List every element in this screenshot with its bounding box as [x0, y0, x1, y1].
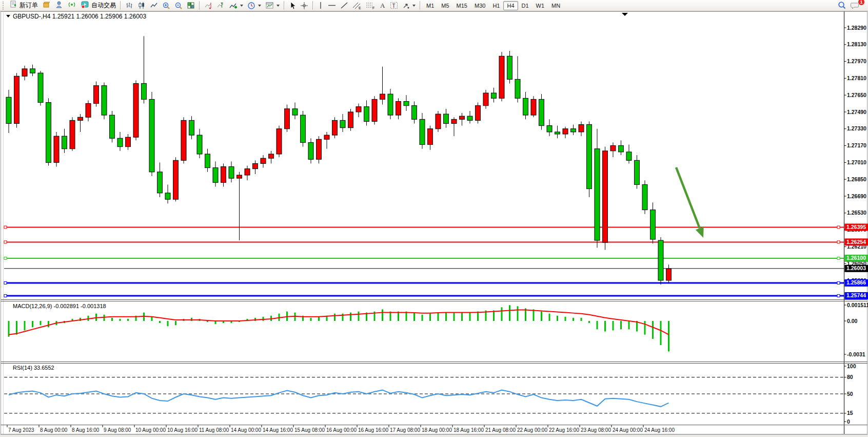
- timeframe-m30[interactable]: M30: [471, 1, 489, 10]
- clock-icon: [247, 2, 255, 10]
- svg-text:1.26003: 1.26003: [846, 265, 866, 271]
- svg-text:10 Aug 00:00: 10 Aug 00:00: [135, 427, 166, 433]
- chart-shift-icon: [216, 2, 225, 9]
- svg-text:1.25744: 1.25744: [846, 292, 866, 298]
- timeframe-m5[interactable]: M5: [438, 1, 452, 10]
- horizontal-line-tool-button[interactable]: [326, 0, 338, 11]
- price-level-badge: 1.26395: [845, 223, 868, 231]
- equidistant-channel-tool-button[interactable]: E: [350, 0, 364, 11]
- svg-text:1.27010: 1.27010: [847, 159, 866, 165]
- svg-text:0.00: 0.00: [847, 318, 858, 324]
- svg-text:15: 15: [847, 410, 853, 416]
- horizontal-line-icon: [328, 2, 336, 9]
- auto-scroll-icon: [204, 2, 212, 9]
- svg-text:1.26850: 1.26850: [847, 176, 866, 182]
- timeframe-w1[interactable]: W1: [532, 1, 548, 10]
- signal-button[interactable]: [66, 0, 78, 11]
- chart-canvas[interactable]: 1.282901.281301.279701.278101.276501.274…: [0, 0, 868, 437]
- indicators-caret-icon: [240, 5, 243, 7]
- search-button[interactable]: [836, 0, 849, 11]
- svg-text:10 Aug 16:00: 10 Aug 16:00: [167, 427, 198, 433]
- current-price-badge: 1.26003: [845, 265, 868, 272]
- svg-text:15 Aug 08:00: 15 Aug 08:00: [294, 427, 325, 433]
- svg-text:1.27330: 1.27330: [847, 125, 866, 131]
- svg-text:1.27490: 1.27490: [847, 109, 866, 115]
- periods-caret-icon: [258, 5, 261, 7]
- vertical-line-icon: [318, 2, 324, 9]
- timeframe-mn[interactable]: MN: [548, 1, 564, 10]
- periods-button[interactable]: [245, 0, 263, 11]
- svg-text:18 Aug 16:00: 18 Aug 16:00: [453, 427, 484, 433]
- zoom-out-button[interactable]: [172, 0, 185, 11]
- toolbar-separator: [420, 1, 421, 10]
- svg-text:1.26254: 1.26254: [846, 239, 866, 245]
- svg-text:18 Aug 00:00: 18 Aug 00:00: [422, 427, 452, 433]
- svg-text:1.27170: 1.27170: [847, 142, 866, 148]
- candlestick-chart-button[interactable]: [135, 0, 148, 11]
- svg-text:21 Aug 08:00: 21 Aug 08:00: [485, 427, 516, 433]
- svg-text:T: T: [392, 3, 396, 9]
- chat-button[interactable]: 1: [849, 0, 862, 11]
- svg-text:7 Aug 2023: 7 Aug 2023: [8, 427, 34, 433]
- trendline-tool-button[interactable]: [338, 0, 350, 11]
- svg-text:0: 0: [847, 419, 850, 425]
- auto-scroll-button[interactable]: [202, 0, 214, 11]
- autotrading-icon: [81, 1, 90, 11]
- svg-text:14 Aug 16:00: 14 Aug 16:00: [263, 427, 293, 433]
- tile-windows-button[interactable]: [185, 0, 197, 11]
- chat-notification-badge: 1: [858, 0, 865, 6]
- zoom-in-button[interactable]: [160, 0, 172, 11]
- window-bottom-strip: [0, 434, 868, 437]
- crosshair-tool-button[interactable]: [298, 0, 310, 11]
- price-level-badge: 1.26100: [845, 255, 868, 262]
- trendline-icon: [340, 2, 348, 9]
- timeframe-h4[interactable]: H4: [503, 1, 518, 10]
- svg-text:100: 100: [847, 363, 856, 369]
- text-tool-button[interactable]: A: [377, 0, 388, 11]
- vertical-line-tool-button[interactable]: [315, 0, 326, 11]
- person-chart-icon: [55, 1, 64, 11]
- indicators-button[interactable]: [227, 0, 245, 11]
- new-order-button[interactable]: 新订单: [7, 0, 40, 11]
- toolbar-grip[interactable]: [3, 2, 5, 10]
- autotrading-button[interactable]: 自动交易: [78, 0, 118, 11]
- fibonacci-tool-button[interactable]: F: [364, 0, 377, 11]
- svg-text:16 Aug 16:00: 16 Aug 16:00: [358, 427, 388, 433]
- timeframe-h1[interactable]: H1: [489, 1, 503, 10]
- gold-book-icon: [42, 1, 51, 11]
- svg-text:1.25866: 1.25866: [846, 279, 866, 286]
- bar-chart-button[interactable]: [123, 0, 135, 11]
- text-label-tool-button[interactable]: T: [388, 0, 400, 11]
- timeframe-m15[interactable]: M15: [453, 1, 471, 10]
- text-label-icon: T: [390, 2, 398, 9]
- timeframe-d1[interactable]: D1: [518, 1, 532, 10]
- svg-text:A: A: [380, 2, 385, 9]
- toolbar-separator: [199, 1, 200, 10]
- new-order-icon: [9, 1, 18, 11]
- svg-text:1.27650: 1.27650: [847, 92, 866, 98]
- timeframe-m1[interactable]: M1: [423, 1, 438, 10]
- templates-caret-icon: [277, 5, 280, 7]
- svg-text:23 Aug 08:00: 23 Aug 08:00: [581, 427, 611, 433]
- zoom-in-icon: [162, 2, 170, 10]
- toolbar-separator: [284, 1, 285, 10]
- expert-advisor-button[interactable]: [53, 0, 66, 11]
- indicators-icon: [229, 2, 238, 10]
- price-level-badge: 1.25866: [845, 279, 868, 287]
- templates-button[interactable]: [263, 0, 282, 11]
- price-level-badge: 1.26254: [845, 238, 868, 245]
- line-chart-button[interactable]: [148, 0, 160, 11]
- market-watch-button[interactable]: [40, 0, 53, 11]
- chart-shift-button[interactable]: [214, 0, 227, 11]
- candlestick-chart-icon: [137, 2, 146, 9]
- arrows-tool-button[interactable]: [400, 0, 418, 11]
- fibonacci-icon: F: [366, 2, 375, 10]
- svg-text:-0.0031: -0.0031: [847, 351, 865, 357]
- svg-text:8 Aug 00:00: 8 Aug 00:00: [40, 427, 68, 433]
- tile-windows-icon: [187, 2, 195, 9]
- zoom-out-icon: [174, 2, 183, 10]
- cursor-tool-button[interactable]: [287, 0, 298, 11]
- svg-text:17 Aug 08:00: 17 Aug 08:00: [390, 427, 420, 433]
- svg-text:1.26395: 1.26395: [846, 224, 866, 230]
- svg-text:14 Aug 00:00: 14 Aug 00:00: [231, 427, 261, 433]
